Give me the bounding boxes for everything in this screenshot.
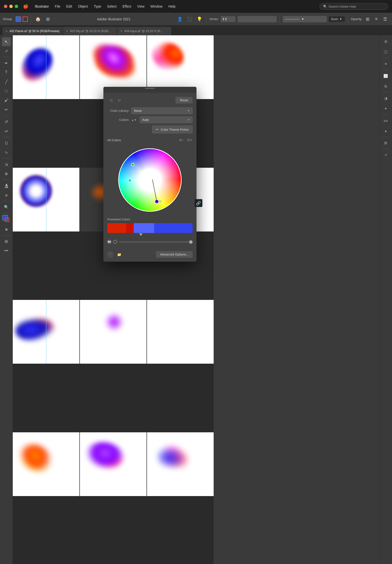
menu-file[interactable]: File: [53, 3, 63, 9]
tab-close-aqua[interactable]: ✕: [120, 30, 122, 33]
artboard-tool[interactable]: ⊞: [2, 237, 11, 246]
rs-transform[interactable]: ⊞: [381, 139, 390, 147]
color-seg-4[interactable]: [154, 223, 193, 233]
menu-view[interactable]: View: [135, 3, 147, 9]
rs-align[interactable]: ≡≡: [381, 116, 390, 125]
info-icon[interactable]: ⓘ: [107, 252, 113, 257]
prominent-bar[interactable]: [107, 223, 193, 233]
menu-select[interactable]: Select: [105, 3, 119, 9]
pencil-tool[interactable]: ✏: [2, 105, 11, 114]
stroke-color[interactable]: [5, 217, 9, 222]
rs-layers[interactable]: ⧉: [381, 82, 390, 91]
direct-select-tool[interactable]: ↗: [2, 47, 11, 56]
tab-aqua[interactable]: ✕ #04 Aqua.ai* @ 33,33 % (R...: [117, 27, 171, 35]
folder-icon[interactable]: 📁: [116, 252, 122, 257]
tab-close-sky[interactable]: ✕: [66, 30, 68, 33]
tab-flame[interactable]: ✕ #02 Flame.ai* @ 50 % (RGB/Preview): [2, 27, 63, 35]
colors-select[interactable]: Auto ▼: [140, 116, 193, 123]
color-tools[interactable]: [2, 214, 11, 223]
link-icon[interactable]: 🔗: [195, 199, 202, 207]
color-theme-picker-button[interactable]: ✏ Color Theme Picker: [152, 126, 193, 133]
color-icon[interactable]: 🟥: [0, 225, 1, 234]
menu-object[interactable]: Object: [75, 3, 90, 9]
rs-effects[interactable]: ✦: [381, 104, 390, 113]
color-library-select[interactable]: None ▼: [131, 107, 193, 114]
blend-tool[interactable]: ⌀: [2, 191, 11, 199]
canvas-cell-9[interactable]: [147, 300, 214, 364]
shape-builder[interactable]: ⊕: [2, 169, 11, 178]
color-slider[interactable]: [119, 241, 193, 242]
basic-badge[interactable]: Basic ▼: [329, 16, 345, 22]
menu-effect[interactable]: Effect: [120, 3, 134, 9]
canvas-cell-12[interactable]: [147, 432, 214, 496]
undo-button[interactable]: ◁: [107, 97, 114, 103]
canvas-cell-8[interactable]: [80, 300, 147, 364]
stroke-swatch[interactable]: [23, 16, 28, 22]
advanced-options-button[interactable]: Advanced Options...: [156, 251, 193, 258]
home-icon[interactable]: 🏠: [34, 15, 42, 23]
select-tool[interactable]: ↖: [2, 37, 11, 46]
align-icon[interactable]: ≡: [372, 15, 380, 23]
layout-icon[interactable]: ⊞: [44, 15, 52, 23]
fill-swatch[interactable]: [16, 16, 21, 22]
canvas-cell-11[interactable]: [80, 432, 147, 496]
canvas-cell-10[interactable]: [13, 432, 79, 496]
more-tools[interactable]: •••: [2, 246, 11, 255]
stroke-options[interactable]: ————— ▼: [283, 16, 327, 22]
canvas-cell-7[interactable]: [13, 300, 79, 364]
canvas-cell-4[interactable]: [13, 168, 79, 231]
eyedropper-tool[interactable]: 🔬: [2, 181, 11, 190]
canvas-cell-1[interactable]: [13, 35, 79, 99]
redo-button[interactable]: ▷: [116, 97, 123, 103]
list-icon[interactable]: ☰: [381, 15, 389, 23]
menu-help[interactable]: Help: [166, 3, 178, 9]
rect-tool[interactable]: □: [2, 86, 11, 95]
line-tool[interactable]: ╱: [2, 77, 11, 86]
list-view-icon[interactable]: ☰⇌: [186, 137, 193, 143]
rotate-tool[interactable]: ↺: [2, 117, 11, 126]
rs-settings[interactable]: ⚙: [381, 37, 390, 46]
reset-button[interactable]: Reset: [176, 97, 193, 103]
grid-view-icon[interactable]: ⊞↔: [179, 137, 185, 143]
rs-sun[interactable]: ☀: [381, 60, 390, 69]
search-adobe-field[interactable]: 🔍 Search Adobe Help: [320, 3, 388, 10]
maximize-button[interactable]: [15, 5, 18, 8]
pen-tool[interactable]: ✒: [2, 59, 11, 68]
warp-tool[interactable]: ∿: [2, 148, 11, 157]
stroke-input[interactable]: ⬆⬇: [221, 16, 235, 22]
rs-shape[interactable]: ♦: [381, 127, 390, 135]
width-tool[interactable]: ⟨⟩: [2, 139, 11, 147]
zoom-tool[interactable]: 🔍: [2, 203, 11, 212]
rs-square[interactable]: ⬜: [381, 71, 390, 80]
stroke-weight-input[interactable]: [237, 16, 277, 22]
bulb-icon[interactable]: 💡: [196, 15, 203, 23]
radio-btn-2[interactable]: [113, 240, 117, 244]
fill-stroke-box[interactable]: [16, 16, 28, 22]
tab-sky[interactable]: ✕ #03 Sky.ai* @ 33,33 % (RGB...: [63, 27, 117, 35]
mirror-tool[interactable]: ⇌: [2, 127, 11, 135]
dialog-drag-bar[interactable]: [103, 87, 196, 93]
arrange-icon[interactable]: ⬛: [186, 15, 194, 23]
scale-tool[interactable]: ⇲: [2, 160, 11, 169]
tab-close-flame[interactable]: ✕: [5, 30, 8, 33]
rs-info[interactable]: ⓘ: [381, 48, 390, 56]
color-seg-2[interactable]: [126, 223, 134, 233]
menu-type[interactable]: Type: [91, 3, 104, 9]
color-wheel-container[interactable]: ✛ 🔗: [107, 146, 193, 214]
close-button[interactable]: [4, 5, 7, 8]
menu-window[interactable]: Window: [148, 3, 165, 9]
color-seg-1[interactable]: [107, 223, 126, 233]
colors-stepper[interactable]: ▲▼: [131, 118, 137, 121]
paintbrush-tool[interactable]: 🖌: [2, 96, 11, 105]
profile-icon[interactable]: 👤: [176, 15, 184, 23]
slider-thumb[interactable]: [189, 240, 193, 244]
gradient-icon[interactable]: ▦: [2, 225, 11, 234]
rs-export[interactable]: ↗: [381, 151, 390, 159]
menu-edit[interactable]: Edit: [64, 3, 74, 9]
rs-opacity[interactable]: ◑: [381, 94, 390, 103]
grid-icon[interactable]: ⊞: [364, 15, 371, 23]
radio-btn-1[interactable]: [107, 240, 111, 244]
text-tool[interactable]: T: [2, 68, 11, 77]
menu-illustrator[interactable]: Illustrator: [32, 3, 52, 9]
minimize-button[interactable]: [9, 5, 13, 8]
